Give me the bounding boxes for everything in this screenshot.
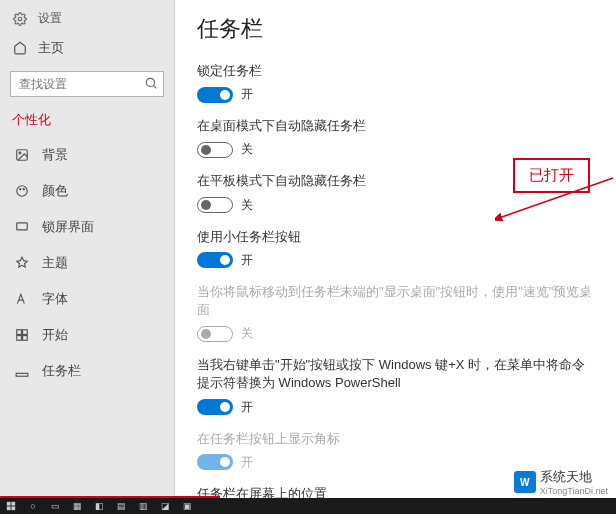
sidebar-item-themes[interactable]: 主题 xyxy=(0,245,174,281)
toggle-autohide-tablet[interactable] xyxy=(197,197,233,213)
taskbar-taskview-icon[interactable]: ▭ xyxy=(44,498,66,514)
sidebar-item-label: 字体 xyxy=(42,290,68,308)
watermark-sub: XiTongTianDi.net xyxy=(540,486,608,496)
setting-lock-taskbar: 锁定任务栏 开 xyxy=(197,62,594,103)
sidebar-item-lockscreen[interactable]: 锁屏界面 xyxy=(0,209,174,245)
sidebar-item-taskbar[interactable]: 任务栏 xyxy=(0,353,174,389)
svg-rect-11 xyxy=(17,336,22,341)
main-panel: 任务栏 锁定任务栏 开 在桌面模式下自动隐藏任务栏 关 在平板模式下自动隐藏任务… xyxy=(175,0,616,498)
sidebar-item-label: 开始 xyxy=(42,326,68,344)
svg-rect-13 xyxy=(16,373,28,376)
svg-rect-12 xyxy=(23,336,28,341)
setting-powershell: 当我右键单击"开始"按钮或按下 Windows 键+X 时，在菜单中将命令提示符… xyxy=(197,356,594,415)
setting-label: 在桌面模式下自动隐藏任务栏 xyxy=(197,117,594,135)
sidebar-item-label: 主题 xyxy=(42,254,68,272)
nav-list: 背景 颜色 锁屏界面 主题 字体 xyxy=(0,137,174,389)
taskbar-app-icon[interactable]: ▣ xyxy=(176,498,198,514)
svg-line-2 xyxy=(154,86,157,89)
annotation-callout: 已打开 xyxy=(513,158,590,193)
toggle-autohide-desktop[interactable] xyxy=(197,142,233,158)
sidebar-item-colors[interactable]: 颜色 xyxy=(0,173,174,209)
taskbar-icon xyxy=(14,363,30,379)
toggle-peek-preview xyxy=(197,326,233,342)
svg-point-5 xyxy=(17,186,28,197)
taskbar-app-icon[interactable]: ▦ xyxy=(66,498,88,514)
toggle-state-text: 关 xyxy=(241,325,253,342)
home-icon xyxy=(12,40,28,56)
setting-autohide-desktop: 在桌面模式下自动隐藏任务栏 关 xyxy=(197,117,594,158)
taskbar-app-icon[interactable]: ◪ xyxy=(154,498,176,514)
taskbar-app-icon[interactable]: ▤ xyxy=(110,498,132,514)
search-box xyxy=(10,71,164,97)
taskbar-search-icon[interactable]: ○ xyxy=(22,498,44,514)
theme-icon xyxy=(14,255,30,271)
start-button[interactable] xyxy=(0,498,22,514)
toggle-state-text: 开 xyxy=(241,399,253,416)
watermark-logo: W xyxy=(514,471,536,493)
start-icon xyxy=(14,327,30,343)
search-icon xyxy=(144,76,158,90)
setting-label: 当我右键单击"开始"按钮或按下 Windows 键+X 时，在菜单中将命令提示符… xyxy=(197,356,594,392)
sidebar-item-background[interactable]: 背景 xyxy=(0,137,174,173)
svg-rect-18 xyxy=(11,506,15,510)
windows-taskbar[interactable]: ○ ▭ ▦ ◧ ▤ ▥ ◪ ▣ xyxy=(0,498,616,514)
home-row[interactable]: 主页 xyxy=(0,31,174,65)
svg-point-7 xyxy=(23,189,24,190)
home-label: 主页 xyxy=(38,39,64,57)
svg-rect-10 xyxy=(23,330,28,335)
setting-badges: 在任务栏按钮上显示角标 开 xyxy=(197,430,594,471)
sidebar-section-label: 个性化 xyxy=(0,107,174,137)
sidebar-item-start[interactable]: 开始 xyxy=(0,317,174,353)
search-input[interactable] xyxy=(10,71,164,97)
svg-point-0 xyxy=(18,17,22,21)
page-title: 任务栏 xyxy=(197,14,594,44)
toggle-state-text: 开 xyxy=(241,86,253,103)
setting-label: 在任务栏按钮上显示角标 xyxy=(197,430,594,448)
lock-icon xyxy=(14,219,30,235)
setting-peek-preview: 当你将鼠标移动到任务栏末端的"显示桌面"按钮时，使用"速览"预览桌面 关 xyxy=(197,283,594,342)
taskbar-app-icon[interactable]: ▥ xyxy=(132,498,154,514)
sidebar-item-label: 背景 xyxy=(42,146,68,164)
font-icon xyxy=(14,291,30,307)
toggle-state-text: 关 xyxy=(241,197,253,214)
setting-label: 锁定任务栏 xyxy=(197,62,594,80)
sidebar-item-label: 锁屏界面 xyxy=(42,218,94,236)
svg-point-4 xyxy=(19,152,21,154)
settings-label: 设置 xyxy=(38,10,62,27)
toggle-state-text: 关 xyxy=(241,141,253,158)
svg-rect-15 xyxy=(7,502,11,506)
back-settings-row[interactable]: 设置 xyxy=(0,6,174,31)
svg-point-1 xyxy=(146,78,154,86)
palette-icon xyxy=(14,183,30,199)
body-wrap: 设置 主页 个性化 背景 xyxy=(0,0,616,498)
svg-rect-16 xyxy=(11,502,15,506)
svg-point-6 xyxy=(20,189,21,190)
toggle-lock-taskbar[interactable] xyxy=(197,87,233,103)
settings-window: 设置 主页 个性化 背景 xyxy=(0,0,616,498)
sidebar-item-label: 颜色 xyxy=(42,182,68,200)
setting-small-buttons: 使用小任务栏按钮 开 xyxy=(197,228,594,269)
image-icon xyxy=(14,147,30,163)
gear-icon xyxy=(12,11,28,27)
watermark: W 系统天地 XiTongTianDi.net xyxy=(514,468,608,496)
toggle-badges xyxy=(197,454,233,470)
toggle-powershell[interactable] xyxy=(197,399,233,415)
svg-rect-8 xyxy=(17,223,28,230)
sidebar: 设置 主页 个性化 背景 xyxy=(0,0,175,498)
toggle-state-text: 开 xyxy=(241,454,253,471)
sidebar-item-fonts[interactable]: 字体 xyxy=(0,281,174,317)
toggle-small-buttons[interactable] xyxy=(197,252,233,268)
taskbar-app-icon[interactable]: ◧ xyxy=(88,498,110,514)
sidebar-item-label: 任务栏 xyxy=(42,362,81,380)
setting-label: 使用小任务栏按钮 xyxy=(197,228,594,246)
watermark-title: 系统天地 xyxy=(540,468,608,486)
svg-rect-17 xyxy=(7,506,11,510)
toggle-state-text: 开 xyxy=(241,252,253,269)
setting-label: 当你将鼠标移动到任务栏末端的"显示桌面"按钮时，使用"速览"预览桌面 xyxy=(197,283,594,319)
svg-rect-9 xyxy=(17,330,22,335)
